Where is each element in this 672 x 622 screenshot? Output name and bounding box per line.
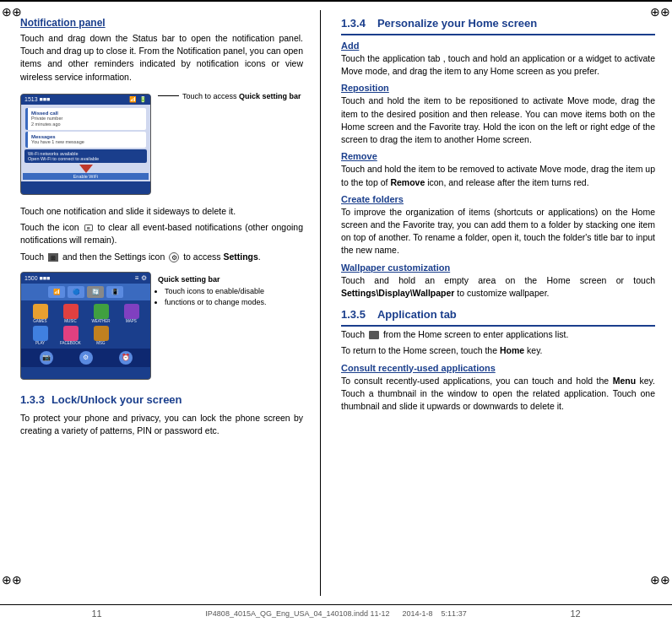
consult-heading: Consult recently-used applications [341, 363, 655, 373]
wifi-banner: Wi-Fi networks availableOpen Wi-Fi to co… [24, 149, 147, 163]
qs-bullet-1: Touch icons to enable/disable [165, 286, 267, 298]
app-icon-3 [94, 304, 109, 319]
bottom-right-cross: ⊕ [653, 573, 667, 587]
clear-all: Enable WiFi [23, 173, 149, 180]
grid-icon: ⊞ [48, 253, 58, 262]
notif-item-2: Messages You have 1 new message [25, 132, 146, 148]
section-135-title: Application tab [377, 308, 457, 321]
page-container: Notification panel Touch and drag down t… [0, 0, 672, 622]
app-item-3: WEATHER [87, 304, 115, 323]
remove-para: Touch and hold the item to be removed to… [341, 163, 655, 188]
app-icon-5 [33, 326, 48, 341]
right-page-num: 12 [496, 608, 655, 619]
reposition-para: Touch and hold the item to be reposition… [341, 95, 655, 146]
notification-panel-para1: Touch and drag down the Status bar to op… [20, 32, 303, 84]
top-right-cross: ⊕ [653, 5, 667, 19]
notification-panel-heading: Notification panel [20, 17, 303, 29]
add-para: Touch the application tab , touch and ho… [341, 52, 655, 78]
settings-icon: ⚙ [79, 351, 93, 365]
section-135-num: 1.3.5 [341, 308, 366, 321]
bottom-phone-status-bar: 1500 ■■■ ≡ ⚙ [21, 273, 150, 284]
notif-clear-para: Touch the icon ≡ to clear all event-base… [20, 221, 303, 246]
wallpaper-heading: Wallpaper customization [341, 262, 655, 273]
left-page-num: 11 [17, 608, 176, 619]
app-icon-1 [33, 304, 48, 319]
section-134-header: 1.3.4 Personalize your Home screen [341, 17, 655, 35]
app-icon-6 [63, 326, 79, 341]
app-item-2: MUSIC [57, 304, 84, 323]
qs-annotation-text: Touch to access Quick setting bar [182, 92, 301, 100]
remove-heading: Remove [341, 151, 655, 161]
section-135: 1.3.5 Application tab Touch from the Hom… [341, 308, 655, 413]
lock-section-para: To protect your phone and privacy, you c… [20, 412, 303, 437]
left-column: Notification panel Touch and drag down t… [0, 10, 321, 596]
section-134-num: 1.3.4 [341, 17, 366, 30]
app-item-7: MSG [87, 326, 115, 345]
section-134-title: Personalize your Home screen [377, 17, 537, 30]
settings-gear-icon: ⚙ [169, 252, 179, 262]
consult-para: To consult recently-used applications, y… [341, 375, 655, 414]
phone-screenshot-top: 1513 ■■■ 📶🔋 Missed call Private number2 … [20, 94, 151, 195]
section-134: 1.3.4 Personalize your Home screen Add T… [341, 17, 655, 300]
camera-icon: 📷 [40, 351, 53, 365]
section-133-num: 1.3.3 [20, 393, 45, 406]
app-tab-para1: Touch from the Home screen to enter appl… [341, 328, 655, 341]
qs-annotation-block: Touch to access Quick setting bar [158, 92, 301, 103]
qs-bullet-2: functions or to change modes. [165, 297, 267, 309]
add-heading: Add [341, 41, 655, 51]
qs-right-annotation: Quick setting bar Touch icons to enable/… [158, 275, 267, 309]
qs-toggle-4: 📳 [106, 286, 123, 298]
create-folders-heading: Create folders [341, 194, 655, 204]
qs-toggle-1: 📶 [48, 286, 65, 298]
section-135-header: 1.3.5 Application tab [341, 308, 655, 327]
right-column: 1.3.4 Personalize your Home screen Add T… [321, 10, 672, 596]
notif-item-1: Missed call Private number2 minutes ago [25, 108, 146, 130]
qs-toggle-2: 🔵 [68, 286, 84, 298]
arrow-down-indicator [23, 165, 149, 173]
reposition-heading: Reposition [341, 83, 655, 93]
app-grid: GAMES MUSIC WEATHER [21, 300, 150, 349]
clear-icon: ≡ [84, 224, 93, 231]
app-item-5: PLAY [26, 326, 54, 345]
alarm-icon: ⏰ [119, 351, 133, 365]
create-folders-para: To improve the organization of items (sh… [341, 206, 655, 257]
top-left-cross: ⊕ [5, 5, 19, 19]
app-tab-grid-icon [369, 331, 379, 339]
app-item-4: MAPS [117, 304, 145, 323]
qs-bullet-list: Touch icons to enable/disable functions … [165, 286, 267, 309]
section-133-title: Lock/Unlock your screen [51, 393, 182, 406]
content-area: Notification panel Touch and drag down t… [0, 2, 672, 604]
app-icon-4 [124, 304, 139, 319]
phone-screenshot-bottom: 1500 ■■■ ≡ ⚙ 📶 🔵 🔄 📳 [20, 272, 151, 380]
app-tab-para2: To return to the Home screen, touch the … [341, 344, 655, 357]
notif-slide-para: Touch one notification and slide it side… [20, 205, 303, 218]
lock-section-header: 1.3.3 Lock/Unlock your screen [20, 393, 303, 408]
app-item-6: FACEBOOK [57, 326, 84, 345]
phone-status-bar: 1513 ■■■ 📶🔋 [21, 95, 150, 105]
bottom-icons-row: 📷 ⚙ ⏰ [21, 349, 150, 367]
app-item-1: GAMES [26, 304, 54, 323]
app-icon-2 [63, 304, 79, 319]
lock-unlock-section: 1.3.3 Lock/Unlock your screen To protect… [20, 393, 303, 437]
notification-panel-section: Notification panel Touch and drag down t… [20, 17, 303, 385]
bottom-file-info: IP4808_4015A_QG_Eng_USA_04_140108.indd 1… [176, 609, 496, 618]
qs-toggle-3: 🔄 [87, 286, 104, 298]
settings-access-para: Touch ⊞ and then the Settings icon ⚙ to … [20, 251, 303, 263]
wallpaper-para: Touch and hold an empty area on the Home… [341, 274, 655, 300]
bottom-left-cross: ⊕ [5, 573, 19, 587]
qs-toggle-row: 📶 🔵 🔄 📳 [21, 284, 150, 300]
bottom-bar: 11 IP4808_4015A_QG_Eng_USA_04_140108.ind… [0, 604, 672, 622]
bottom-phone-area: 1500 ■■■ ≡ ⚙ 📶 🔵 🔄 📳 [20, 267, 303, 385]
app-icon-7 [94, 326, 109, 341]
